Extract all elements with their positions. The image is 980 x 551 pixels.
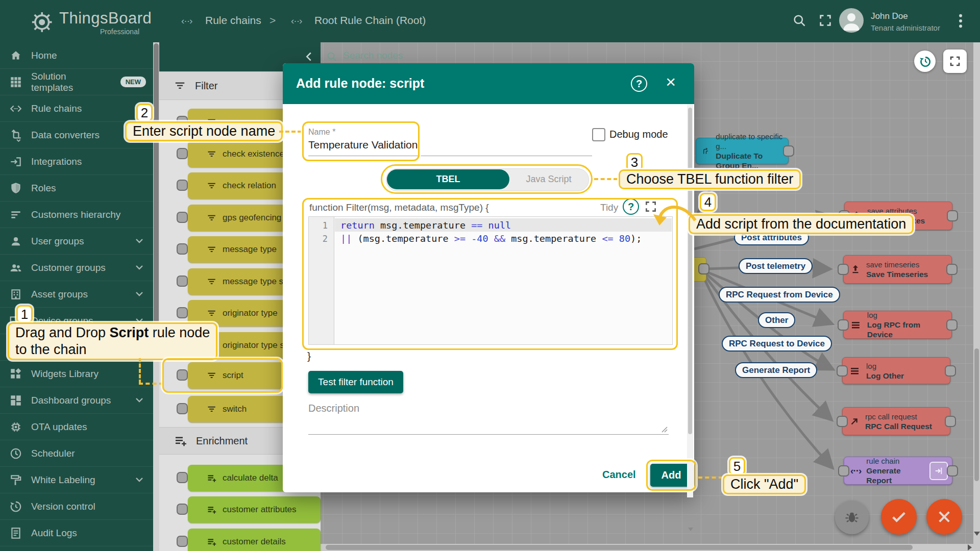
apply-changes-history-button[interactable] <box>914 51 936 72</box>
close-icon <box>936 509 952 525</box>
new-badge: NEW <box>120 77 146 87</box>
connector-port[interactable] <box>838 319 849 331</box>
more-menu-icon[interactable] <box>953 12 969 28</box>
link-label-generate-report[interactable]: Generate Report <box>735 362 817 378</box>
annotation-step-number: 3 <box>626 153 643 171</box>
description-textarea[interactable] <box>308 415 669 434</box>
enrichment-icon <box>175 435 187 447</box>
filter-icon <box>207 181 216 190</box>
connector-port[interactable] <box>783 145 794 157</box>
fullscreen-icon[interactable] <box>818 13 834 29</box>
sidebar-item-audit-logs[interactable]: Audit Logs <box>0 520 153 546</box>
canvas-horizontal-scrollbar[interactable] <box>321 544 980 551</box>
annotation-connector <box>279 131 302 133</box>
bug-icon <box>844 510 860 525</box>
annotation-curved-arrow <box>648 199 704 240</box>
node-log-other[interactable]: logLog Other <box>842 357 950 384</box>
connector-port[interactable] <box>947 465 958 477</box>
breadcrumb-rule-chains[interactable]: Rule chains <box>205 14 261 27</box>
node-rule-chain-generate-report[interactable]: ‹··› rule chainGenerate Report <box>844 457 952 485</box>
link-label-other[interactable]: Other <box>758 312 795 328</box>
sidebar-scrollbar[interactable] <box>153 42 159 551</box>
filter-icon <box>207 245 216 254</box>
connector-port[interactable] <box>838 264 849 275</box>
sidebar-item-rule-chains[interactable]: Rule chains <box>0 95 153 122</box>
connector-dot <box>177 536 188 547</box>
connector-port[interactable] <box>945 416 956 427</box>
sidebar-item-scheduler[interactable]: Scheduler <box>0 440 153 467</box>
user-avatar[interactable] <box>839 8 864 33</box>
connector-port[interactable] <box>947 210 958 221</box>
scroll-down-arrow[interactable] <box>688 528 693 531</box>
sidebar-item-dashboard-groups[interactable]: Dashboard groups <box>0 387 153 414</box>
sidebar-item-home[interactable]: Home <box>0 42 153 69</box>
rule-chain-icon: ‹··› <box>850 465 861 477</box>
canvas-vertical-scrollbar[interactable] <box>973 42 980 544</box>
cancel-button[interactable]: Cancel <box>602 469 636 481</box>
discard-changes-fab[interactable] <box>926 499 962 535</box>
user-name: John Doe <box>871 11 908 21</box>
debug-mode-fab[interactable] <box>835 500 869 534</box>
enrichment-icon <box>207 537 216 546</box>
connector-port[interactable] <box>698 263 709 274</box>
help-icon[interactable]: ? <box>631 76 647 92</box>
sidebar-item-widgets-library[interactable]: Widgets Library <box>0 361 153 387</box>
canvas-fullscreen-button[interactable] <box>943 49 967 73</box>
rule-node-chip-customer-attributes[interactable]: customer attributes <box>188 496 321 523</box>
connector-dot <box>177 472 188 483</box>
node-type: rule chain <box>866 456 921 466</box>
dialog-scrollbar[interactable] <box>687 105 693 497</box>
filter-icon <box>207 213 216 222</box>
connector-port[interactable] <box>837 416 848 427</box>
sidebar-item-integrations[interactable]: Integrations <box>0 148 153 175</box>
people-icon <box>9 261 22 274</box>
rule-node-chip-customer-details[interactable]: customer details <box>188 529 321 551</box>
sidebar-item-ota-updates[interactable]: OTA updates <box>0 414 153 440</box>
debug-mode-checkbox[interactable] <box>592 128 605 141</box>
sidebar-item-customer-groups[interactable]: Customer groups <box>0 255 153 281</box>
sidebar-item-white-labeling[interactable]: White Labeling <box>0 467 153 493</box>
rule-chain-icon: ‹··› <box>291 15 302 27</box>
resize-handle-icon[interactable] <box>660 425 668 433</box>
description-field-label: Description <box>308 403 359 414</box>
node-rpc-call-request[interactable]: rpc call requestRPC Call Request <box>842 407 950 435</box>
widgets-icon <box>9 367 22 381</box>
user-icon <box>9 235 22 248</box>
link-label-post-telemetry[interactable]: Post telemetry <box>739 258 813 274</box>
search-icon <box>326 51 338 63</box>
sidebar-item-asset-groups[interactable]: Asset groups <box>0 281 153 308</box>
connector-port[interactable] <box>945 365 956 377</box>
connector-port[interactable] <box>946 319 958 331</box>
sidebar-item-customers-hierarchy[interactable]: Customers hierarchy <box>0 202 153 228</box>
node-log-rpc-from-device[interactable]: logLog RPC from Device <box>843 311 952 339</box>
close-icon[interactable]: × <box>666 72 676 92</box>
connector-port[interactable] <box>838 465 849 477</box>
node-save-timeseries[interactable]: save timeseriesSave Timeseries <box>843 255 952 284</box>
connector-dot <box>177 212 188 223</box>
search-icon[interactable] <box>792 13 807 29</box>
node-name: Log RPC from Device <box>867 320 947 339</box>
input-icon <box>9 155 22 168</box>
sidebar-item-solution-templates[interactable]: Solution templatesNEW <box>0 69 153 95</box>
filter-icon <box>207 405 216 414</box>
link-label-rpc-request-from-device[interactable]: RPC Request from Device <box>719 287 840 303</box>
node-name: Log Other <box>866 371 904 381</box>
open-rule-chain-button[interactable] <box>929 462 948 480</box>
annotation-highlight-name-field <box>302 121 420 161</box>
collapse-panel-icon[interactable] <box>305 52 312 62</box>
chevron-down-icon <box>133 239 146 243</box>
test-filter-function-button[interactable]: Test filter function <box>308 371 403 393</box>
connector-port[interactable] <box>946 264 958 275</box>
node-duplicate-to-group[interactable]: duplicate to specific g...Duplicate To G… <box>696 138 789 164</box>
node-type: duplicate to specific g... <box>716 132 784 151</box>
sidebar-item-user-groups[interactable]: User groups <box>0 228 153 255</box>
closing-brace: } <box>307 350 311 362</box>
sidebar-item-roles[interactable]: Roles <box>0 175 153 202</box>
thingsboard-logo-icon <box>27 6 56 36</box>
connector-port[interactable] <box>837 365 848 377</box>
search-nodes-input[interactable] <box>342 49 446 65</box>
node-name: Generate Report <box>866 466 921 485</box>
sidebar-item-version-control[interactable]: Version control <box>0 493 153 520</box>
apply-changes-fab[interactable] <box>881 499 917 535</box>
link-label-rpc-request-to-device[interactable]: RPC Request to Device <box>722 336 832 352</box>
